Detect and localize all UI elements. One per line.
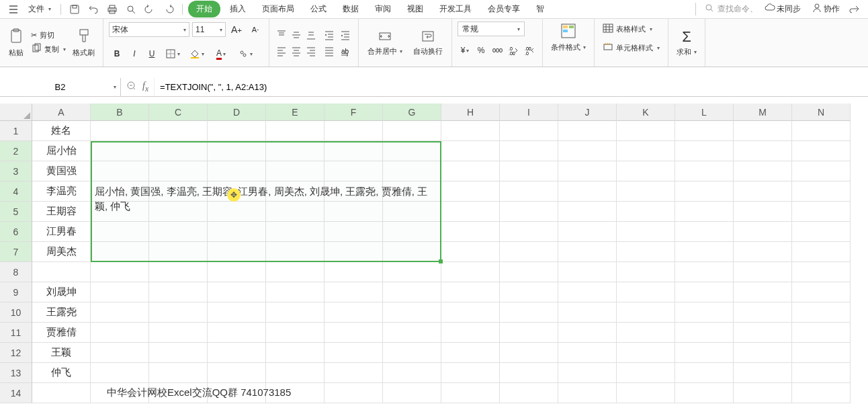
cell-D4[interactable] xyxy=(208,181,266,202)
cell-H12[interactable] xyxy=(441,343,500,363)
merge-center-button[interactable]: 合并居中▾ xyxy=(364,28,406,58)
tab-review[interactable]: 审阅 xyxy=(368,1,398,17)
cell-F10[interactable] xyxy=(324,302,383,323)
command-search[interactable]: 查找命令、 xyxy=(695,3,758,15)
cell-I4[interactable] xyxy=(500,181,558,202)
cell-D5[interactable] xyxy=(208,202,266,222)
col-header-C[interactable]: C xyxy=(149,104,208,121)
cell-A5[interactable]: 王期容 xyxy=(32,202,91,222)
cell-L5[interactable] xyxy=(675,202,734,222)
cell-M6[interactable] xyxy=(734,222,792,242)
cell-J7[interactable] xyxy=(558,242,617,262)
cell-K9[interactable] xyxy=(617,282,675,302)
cell-G4[interactable] xyxy=(383,181,441,202)
col-header-G[interactable]: G xyxy=(383,104,441,121)
align-middle-button[interactable] xyxy=(290,28,303,42)
cell-E5[interactable] xyxy=(266,202,324,222)
cell-B6[interactable] xyxy=(91,222,149,242)
cell-F1[interactable] xyxy=(324,121,383,141)
share-icon[interactable] xyxy=(847,1,863,17)
cell-J1[interactable] xyxy=(558,121,617,141)
border-button[interactable]: ▾ xyxy=(161,46,184,62)
tab-formula[interactable]: 公式 xyxy=(304,1,333,17)
cut-button[interactable]: ✂剪切 xyxy=(31,30,66,40)
cell-N13[interactable] xyxy=(792,363,851,383)
cell-F13[interactable] xyxy=(324,363,383,383)
cell-D3[interactable] xyxy=(208,161,266,181)
cell-C11[interactable] xyxy=(149,323,208,343)
italic-button[interactable]: I xyxy=(126,46,142,62)
cell-I13[interactable] xyxy=(500,363,558,383)
cell-G3[interactable] xyxy=(383,161,441,181)
rtl-button[interactable]: ab xyxy=(338,44,353,58)
cell-G5[interactable] xyxy=(383,202,441,222)
cell-F8[interactable] xyxy=(324,262,383,282)
cell-G6[interactable] xyxy=(383,222,441,242)
unsync-button[interactable]: 未同步 xyxy=(761,3,805,15)
cell-F6[interactable] xyxy=(324,222,383,242)
cell-C13[interactable] xyxy=(149,363,208,383)
cell-H13[interactable] xyxy=(441,363,500,383)
cell-K12[interactable] xyxy=(617,343,675,363)
cell-K5[interactable] xyxy=(617,202,675,222)
cell-E6[interactable] xyxy=(266,222,324,242)
cell-M14[interactable] xyxy=(734,383,792,403)
cell-L13[interactable] xyxy=(675,363,734,383)
cell-B10[interactable] xyxy=(91,302,149,323)
row-header-6[interactable]: 6 xyxy=(0,222,32,242)
cell-H9[interactable] xyxy=(441,282,500,302)
cell-K6[interactable] xyxy=(617,222,675,242)
cell-F3[interactable] xyxy=(324,161,383,181)
cell-A10[interactable]: 王露尧 xyxy=(32,302,91,323)
tab-layout[interactable]: 页面布局 xyxy=(255,1,301,17)
cell-E3[interactable] xyxy=(266,161,324,181)
cell-K8[interactable] xyxy=(617,262,675,282)
cell-J4[interactable] xyxy=(558,181,617,202)
copy-button[interactable]: 复制▾ xyxy=(31,43,66,55)
cell-N14[interactable] xyxy=(792,383,851,403)
font-color-button[interactable]: A▾ xyxy=(210,46,232,62)
cell-L4[interactable] xyxy=(675,181,734,202)
cell-E1[interactable] xyxy=(266,121,324,141)
currency-button[interactable]: ¥▾ xyxy=(458,43,472,58)
increase-font-button[interactable]: A+ xyxy=(228,22,245,38)
cell-D13[interactable] xyxy=(208,363,266,383)
align-right-button[interactable] xyxy=(304,44,318,58)
cell-F5[interactable] xyxy=(324,202,383,222)
cell-B2[interactable] xyxy=(91,141,149,161)
col-header-A[interactable]: A xyxy=(32,104,91,121)
cell-G14[interactable] xyxy=(383,383,441,403)
chevron-down-icon[interactable]: ▾ xyxy=(114,84,116,90)
cell-B8[interactable] xyxy=(91,262,149,282)
align-top-button[interactable] xyxy=(275,28,288,42)
cell-H1[interactable] xyxy=(441,121,500,141)
cell-M9[interactable] xyxy=(734,282,792,302)
font-name-select[interactable]: 宋体▾ xyxy=(109,22,189,37)
cell-G10[interactable] xyxy=(383,302,441,323)
cell-D1[interactable] xyxy=(208,121,266,141)
cell-F4[interactable] xyxy=(324,181,383,202)
decrease-indent-button[interactable] xyxy=(322,28,337,42)
cell-B9[interactable] xyxy=(91,282,149,302)
print-preview-icon[interactable] xyxy=(123,1,139,17)
cell-E7[interactable] xyxy=(266,242,324,262)
cell-H14[interactable] xyxy=(441,383,500,403)
menu-icon[interactable] xyxy=(5,1,21,17)
cell-L14[interactable] xyxy=(675,383,734,403)
cancel-formula-icon[interactable] xyxy=(126,81,137,93)
tab-data[interactable]: 数据 xyxy=(336,1,365,17)
cell-C10[interactable] xyxy=(149,302,208,323)
cell-N2[interactable] xyxy=(792,141,851,161)
cell-C6[interactable] xyxy=(149,222,208,242)
cell-style-button[interactable]: 单元格样式▾ xyxy=(600,40,662,55)
cell-F2[interactable] xyxy=(324,141,383,161)
cell-C4[interactable] xyxy=(149,181,208,202)
cell-C1[interactable] xyxy=(149,121,208,141)
cell-N1[interactable] xyxy=(792,121,851,141)
cell-B4[interactable] xyxy=(91,181,149,202)
cell-J3[interactable] xyxy=(558,161,617,181)
conditional-format-button[interactable]: 条件格式▾ xyxy=(548,22,589,54)
cell-I5[interactable] xyxy=(500,202,558,222)
cell-A13[interactable]: 仲飞 xyxy=(32,363,91,383)
select-all-corner[interactable] xyxy=(0,104,32,121)
